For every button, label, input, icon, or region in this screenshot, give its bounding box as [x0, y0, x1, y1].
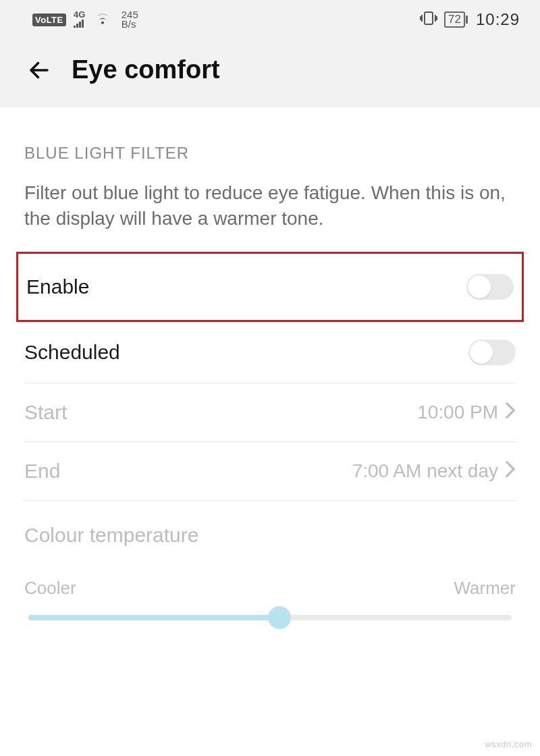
- colour-temperature-section: Colour temperature Cooler Warmer: [24, 501, 516, 620]
- start-row[interactable]: Start 10:00 PM: [24, 383, 516, 442]
- battery-icon: 72: [444, 11, 465, 28]
- enable-row[interactable]: Enable: [26, 254, 514, 320]
- vibrate-icon: [420, 10, 437, 30]
- watermark: wsxdn.com: [485, 739, 532, 749]
- slider-labels: Cooler Warmer: [24, 578, 516, 615]
- toggle-knob: [468, 275, 491, 298]
- status-right: 72 10:29: [420, 10, 520, 30]
- section-description: Filter out blue light to reduce eye fati…: [24, 180, 516, 252]
- slider-thumb[interactable]: [268, 606, 291, 629]
- toggle-knob: [470, 341, 493, 364]
- slider-right-label: Warmer: [454, 578, 516, 599]
- scheduled-toggle[interactable]: [468, 340, 516, 365]
- start-label: Start: [24, 401, 67, 424]
- volte-icon: VoLTE: [32, 14, 66, 26]
- slider-fill: [28, 615, 279, 620]
- section-header: BLUE LIGHT FILTER: [24, 107, 516, 180]
- status-left: VoLTE 4G 245 B/s: [32, 10, 138, 30]
- svg-rect-0: [425, 12, 433, 24]
- content: BLUE LIGHT FILTER Filter out blue light …: [0, 107, 540, 620]
- start-value: 10:00 PM: [417, 402, 498, 423]
- enable-label: Enable: [26, 275, 89, 298]
- wifi-icon: [93, 11, 112, 29]
- chevron-right-icon: [505, 460, 516, 483]
- arrow-left-icon: [27, 58, 51, 82]
- status-time: 10:29: [476, 10, 520, 29]
- header: Eye comfort: [0, 39, 540, 107]
- page-title: Eye comfort: [72, 55, 220, 84]
- status-bar: VoLTE 4G 245 B/s 72 10:29: [0, 0, 540, 39]
- enable-highlight: Enable: [16, 252, 524, 322]
- colour-temperature-label: Colour temperature: [24, 524, 516, 578]
- data-rate: 245 B/s: [122, 10, 138, 30]
- end-row[interactable]: End 7:00 AM next day: [24, 442, 516, 501]
- colour-temperature-slider[interactable]: [28, 615, 512, 620]
- mobile-signal-icon: 4G: [73, 11, 86, 28]
- scheduled-label: Scheduled: [24, 341, 120, 364]
- enable-toggle[interactable]: [466, 274, 514, 300]
- back-button[interactable]: [26, 57, 53, 84]
- end-label: End: [24, 460, 60, 483]
- end-value: 7:00 AM next day: [352, 460, 498, 482]
- slider-left-label: Cooler: [24, 578, 76, 599]
- chevron-right-icon: [505, 401, 516, 424]
- scheduled-row[interactable]: Scheduled: [24, 322, 516, 383]
